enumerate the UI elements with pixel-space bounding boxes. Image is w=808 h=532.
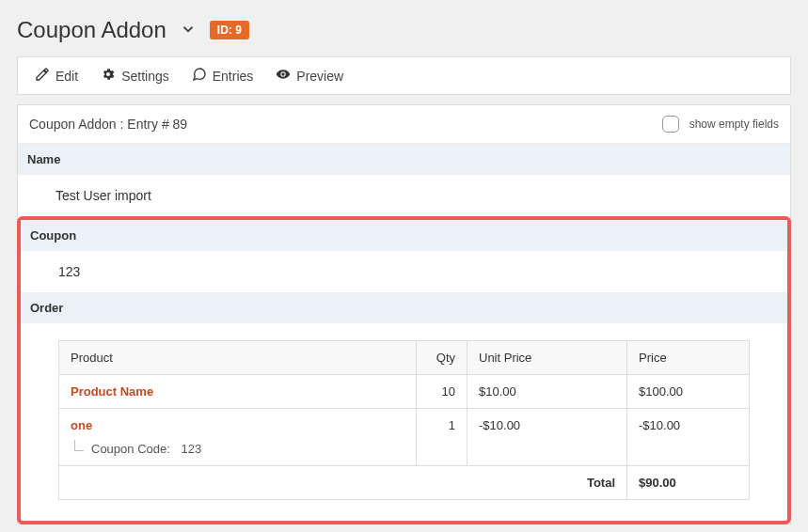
edit-button[interactable]: Edit	[35, 67, 78, 85]
col-product: Product	[59, 341, 417, 375]
preview-button[interactable]: Preview	[276, 67, 343, 85]
product-name-link[interactable]: one	[71, 418, 92, 432]
edit-icon	[35, 67, 50, 85]
entries-button[interactable]: Entries	[192, 67, 254, 85]
section-value-coupon: 123	[21, 251, 787, 292]
toolbar-label: Preview	[296, 69, 343, 84]
gear-icon	[101, 67, 116, 85]
show-empty-label: show empty fields	[689, 117, 779, 131]
col-qty: Qty	[417, 341, 467, 375]
section-label-name: Name	[18, 144, 790, 175]
order-table: Product Qty Unit Price Price Product Nam…	[58, 340, 750, 500]
chevron-down-icon[interactable]	[180, 21, 197, 40]
toolbar: Edit Settings Entries Preview	[17, 56, 791, 95]
section-value-name: Test User import	[18, 175, 790, 216]
speech-icon	[192, 67, 207, 85]
col-unit-price: Unit Price	[467, 341, 627, 375]
toolbar-label: Entries	[213, 69, 254, 84]
coupon-code-sub: Coupon Code: 123	[71, 442, 404, 456]
entry-title: Coupon Addon : Entry # 89	[29, 117, 187, 132]
cell-price: $100.00	[627, 375, 750, 409]
tree-icon	[74, 440, 84, 451]
table-row: Product Name 10 $10.00 $100.00	[59, 375, 750, 409]
cell-qty: 10	[417, 375, 467, 409]
total-value: $90.00	[627, 466, 750, 500]
section-label-order: Order	[21, 292, 787, 323]
highlight-region: Coupon 123 Order Product Qty Unit Price …	[17, 216, 791, 524]
toolbar-label: Edit	[55, 69, 78, 84]
product-name-link[interactable]: Product Name	[71, 384, 153, 399]
show-empty-checkbox[interactable]	[662, 116, 679, 133]
page-title: Coupon Addon	[17, 17, 166, 43]
table-header-row: Product Qty Unit Price Price	[59, 341, 750, 375]
cell-unit: -$10.00	[467, 409, 627, 466]
table-row: one Coupon Code: 123 1 -$10.00 -$10.00	[59, 409, 750, 466]
col-price: Price	[627, 341, 750, 375]
table-total-row: Total $90.00	[59, 466, 750, 500]
cell-price: -$10.00	[627, 409, 750, 466]
show-empty-fields-toggle[interactable]: show empty fields	[658, 113, 779, 135]
cell-qty: 1	[417, 409, 467, 466]
cell-unit: $10.00	[467, 375, 627, 409]
page-header: Coupon Addon ID: 9	[17, 17, 791, 43]
id-badge: ID: 9	[210, 21, 249, 39]
entry-panel: Coupon Addon : Entry # 89 show empty fie…	[17, 104, 791, 524]
section-label-coupon: Coupon	[21, 220, 787, 251]
settings-button[interactable]: Settings	[101, 67, 169, 85]
total-label: Total	[59, 466, 627, 500]
eye-icon	[276, 67, 291, 85]
toolbar-label: Settings	[121, 69, 169, 84]
